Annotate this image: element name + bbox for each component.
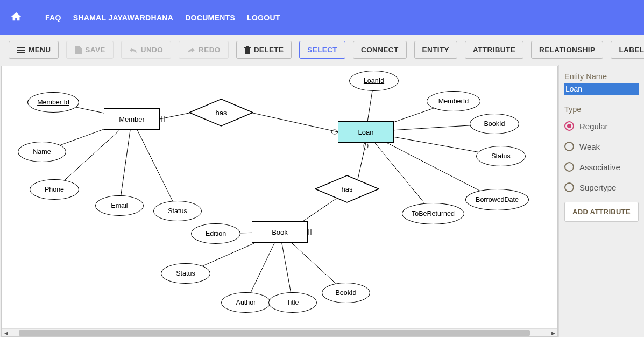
attribute-email[interactable]: Email: [95, 195, 144, 216]
relationship-button[interactable]: RELATIONSHIP: [531, 41, 603, 59]
relationship-has2[interactable]: has: [315, 175, 379, 203]
entity-book[interactable]: Book: [252, 221, 308, 243]
nav-link-logout[interactable]: LOGOUT: [247, 13, 280, 22]
radio-label: Regular: [579, 122, 608, 131]
entity-name-input[interactable]: [564, 83, 639, 95]
save-label: SAVE: [85, 46, 105, 54]
select-button[interactable]: SELECT: [299, 41, 345, 59]
nav-link-faq[interactable]: FAQ: [45, 13, 61, 22]
attribute-author[interactable]: Author: [221, 292, 271, 313]
attribute-status[interactable]: Status: [476, 146, 526, 166]
redo-label: REDO: [199, 46, 221, 54]
type-radio-supertype[interactable]: Supertype: [564, 177, 639, 198]
attribute-tobereturned[interactable]: ToBeReturned: [402, 203, 464, 224]
radio-icon: [564, 162, 574, 172]
save-icon: [74, 46, 82, 54]
workspace: ◀ ▶ MemberLoanBookhashasMember IdNamePho…: [0, 65, 644, 337]
attribute-bookid[interactable]: BookId: [322, 283, 370, 303]
attribute-member-id[interactable]: Member Id: [27, 92, 79, 113]
delete-button[interactable]: DELETE: [236, 41, 292, 59]
nav-link-documents[interactable]: DOCUMENTS: [185, 13, 235, 22]
entity-name-label: Entity Name: [564, 72, 639, 81]
type-radio-weak[interactable]: Weak: [564, 136, 639, 157]
entity-member[interactable]: Member: [104, 108, 160, 130]
scroll-left-arrow[interactable]: ◀: [2, 329, 10, 337]
relationship-has1[interactable]: has: [189, 99, 253, 127]
undo-icon: [129, 47, 138, 53]
attribute-status[interactable]: Status: [153, 201, 202, 221]
scroll-thumb[interactable]: [19, 330, 530, 336]
attribute-phone[interactable]: Phone: [30, 179, 79, 200]
type-label: Type: [564, 105, 639, 114]
connect-button[interactable]: CONNECT: [353, 41, 407, 59]
attribute-title[interactable]: Title: [268, 292, 317, 313]
save-button[interactable]: SAVE: [66, 41, 113, 59]
redo-button[interactable]: REDO: [179, 41, 229, 59]
undo-label: UNDO: [141, 46, 163, 54]
add-attribute-button[interactable]: ADD ATTRIBUTE: [564, 202, 639, 222]
attribute-status[interactable]: Status: [161, 263, 210, 284]
redo-icon: [187, 47, 195, 53]
radio-icon: [564, 121, 574, 131]
svg-line-14: [132, 119, 178, 211]
type-radio-associative[interactable]: Associative: [564, 157, 639, 177]
attribute-memberid[interactable]: MemberId: [427, 91, 480, 111]
svg-line-0: [160, 113, 192, 119]
undo-button[interactable]: UNDO: [121, 41, 171, 59]
attribute-borroweddate[interactable]: BorrowedDate: [465, 189, 529, 210]
delete-label: DELETE: [254, 46, 284, 54]
attribute-name[interactable]: Name: [18, 142, 66, 162]
svg-line-5: [358, 143, 366, 179]
type-radio-regular[interactable]: Regular: [564, 116, 639, 136]
home-icon[interactable]: [10, 11, 23, 25]
svg-point-7: [364, 143, 368, 149]
svg-line-13: [119, 119, 132, 206]
radio-icon: [564, 182, 574, 192]
toolbar: MENU SAVE UNDO REDO DELETE SELECT CONNEC…: [0, 35, 644, 65]
radio-label: Weak: [579, 142, 600, 151]
svg-point-4: [331, 130, 338, 134]
radio-label: Supertype: [579, 183, 616, 192]
entity-loan[interactable]: Loan: [338, 121, 394, 143]
attribute-loanid[interactable]: LoanId: [349, 71, 399, 91]
horizontal-scrollbar[interactable]: ◀ ▶: [2, 328, 557, 336]
label-button[interactable]: LABEL: [611, 41, 644, 59]
attribute-edition[interactable]: Edition: [191, 223, 240, 244]
menu-button[interactable]: MENU: [9, 41, 59, 59]
app-header: FAQ SHAMAL JAYAWARDHANA DOCUMENTS LOGOUT: [0, 0, 644, 35]
scroll-right-arrow[interactable]: ▶: [549, 329, 557, 337]
trash-icon: [244, 46, 251, 54]
attribute-button[interactable]: ATTRIBUTE: [465, 41, 523, 59]
hamburger-icon: [17, 47, 25, 53]
radio-icon: [564, 142, 574, 151]
entity-button[interactable]: ENTITY: [414, 41, 457, 59]
properties-panel: Entity Name Type RegularWeakAssociativeS…: [558, 65, 644, 337]
radio-label: Associative: [579, 163, 620, 172]
svg-line-1: [251, 113, 338, 132]
nav-link-user[interactable]: SHAMAL JAYAWARDHANA: [73, 13, 173, 22]
canvas[interactable]: ◀ ▶ MemberLoanBookhashasMember IdNamePho…: [1, 66, 558, 337]
menu-label: MENU: [29, 46, 51, 54]
nav-links: FAQ SHAMAL JAYAWARDHANA DOCUMENTS LOGOUT: [45, 13, 280, 22]
attribute-bookid[interactable]: BookId: [470, 114, 519, 134]
